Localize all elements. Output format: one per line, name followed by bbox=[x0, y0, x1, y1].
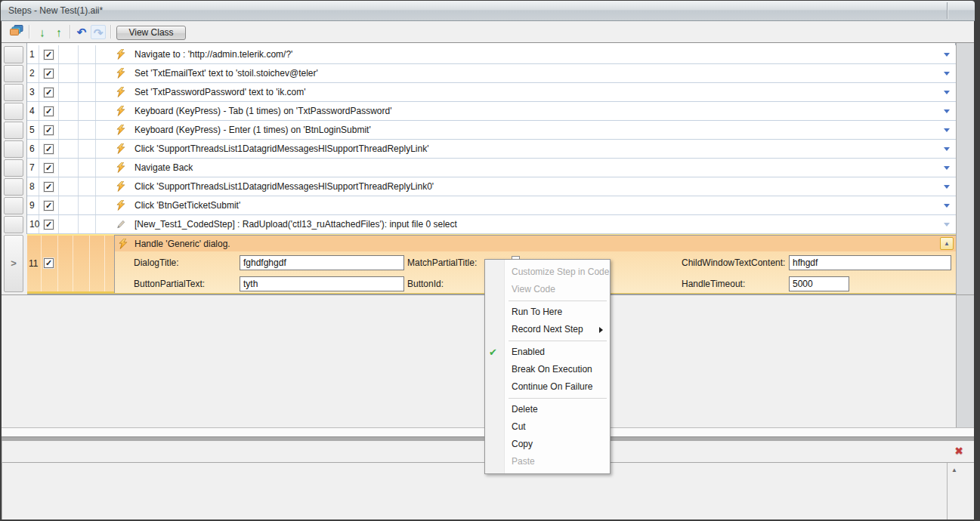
row-selector[interactable] bbox=[4, 103, 23, 120]
chevron-down-icon[interactable] bbox=[944, 166, 950, 170]
menu-item-customize-step-in-code: Customize Step in Code bbox=[485, 264, 610, 281]
view-class-button[interactable]: View Class bbox=[116, 26, 186, 40]
step-description: Keyboard (KeyPress) - Tab (1 times) on '… bbox=[134, 106, 391, 116]
handle-timeout-input[interactable] bbox=[789, 276, 849, 291]
menu-item-enabled[interactable]: ✔ Enabled bbox=[485, 344, 610, 361]
scroll-up-icon[interactable]: ▲ bbox=[948, 463, 961, 473]
redo-button[interactable]: ↷ bbox=[91, 25, 106, 39]
empty-cell bbox=[59, 64, 79, 82]
empty-cell bbox=[59, 102, 79, 120]
row-selector[interactable] bbox=[4, 84, 23, 101]
table-row[interactable]: 8 ✓ Click 'SupportThreadsList1DatagridMe… bbox=[27, 177, 956, 196]
row-selector[interactable] bbox=[4, 216, 23, 233]
empty-cell bbox=[59, 140, 79, 158]
menu-item-break-on-execution[interactable]: Break On Execution bbox=[485, 361, 610, 378]
table-row[interactable]: 4 ✓ Keyboard (KeyPress) - Tab (1 times) … bbox=[27, 102, 956, 121]
chevron-down-icon[interactable] bbox=[944, 185, 950, 189]
menu-item-cut[interactable]: Cut bbox=[485, 418, 610, 436]
button-partial-text-input[interactable] bbox=[240, 276, 404, 291]
empty-cell bbox=[59, 121, 79, 139]
child-window-text-content-input[interactable] bbox=[789, 255, 951, 270]
empty-cell bbox=[79, 159, 96, 177]
row-selector[interactable] bbox=[4, 197, 23, 214]
results-scrollbar[interactable]: ▲ bbox=[947, 463, 961, 519]
lightning-icon bbox=[116, 49, 125, 60]
step-enabled-checkbox[interactable]: ✓ bbox=[44, 144, 54, 154]
toolbar-separator bbox=[70, 25, 70, 39]
chevron-down-icon[interactable] bbox=[944, 223, 950, 227]
step-enabled-checkbox[interactable]: ✓ bbox=[44, 258, 54, 268]
button-partial-text-label: ButtonPartialText: bbox=[134, 279, 205, 289]
step-enabled-checkbox[interactable]: ✓ bbox=[44, 201, 54, 211]
chevron-down-icon[interactable] bbox=[944, 53, 950, 57]
step-description: Set 'TxtEmailText' text to 'stoil.stoich… bbox=[134, 68, 318, 79]
dialog-title-label: DialogTitle: bbox=[134, 257, 179, 268]
table-row[interactable]: 9 ✓ Click 'BtnGetTicketSubmit' bbox=[27, 196, 956, 215]
row-selector[interactable] bbox=[4, 140, 23, 158]
chevron-down-icon[interactable] bbox=[944, 147, 950, 151]
menu-item-delete[interactable]: Delete bbox=[485, 401, 610, 418]
step-number: 1 bbox=[27, 45, 39, 63]
empty-cell bbox=[79, 83, 96, 101]
menu-item-copy[interactable]: Copy bbox=[485, 436, 610, 453]
menu-item-paste: Paste bbox=[485, 453, 610, 470]
step-enabled-checkbox[interactable]: ✓ bbox=[44, 106, 54, 116]
table-row[interactable]: 7 ✓ Navigate Back bbox=[27, 159, 956, 177]
titlebar-separator bbox=[947, 2, 948, 19]
collapse-step-button[interactable]: ▲ bbox=[940, 237, 954, 250]
chevron-down-icon[interactable] bbox=[944, 109, 950, 113]
lightning-icon bbox=[116, 87, 125, 97]
undo-icon: ↶ bbox=[74, 25, 89, 39]
step-number: 9 bbox=[27, 196, 39, 214]
view-windows-icon[interactable] bbox=[9, 25, 24, 39]
chevron-down-icon[interactable] bbox=[944, 91, 950, 94]
empty-cell bbox=[79, 45, 96, 63]
table-row[interactable]: 10 ✓ [New_Test1_CodedStep] : RadUpload('… bbox=[27, 215, 956, 234]
grid-line bbox=[89, 236, 90, 291]
table-row[interactable]: 3 ✓ Set 'TxtPasswordPassword' text to 'i… bbox=[27, 83, 956, 102]
move-step-up-button[interactable]: ↑ bbox=[51, 25, 66, 39]
step-number: 8 bbox=[27, 177, 39, 196]
menu-item-run-to-here[interactable]: Run To Here bbox=[485, 304, 610, 321]
step-enabled-checkbox[interactable]: ✓ bbox=[44, 163, 54, 173]
arrow-down-icon: ↓ bbox=[35, 25, 50, 39]
step-description: Click 'BtnGetTicketSubmit' bbox=[134, 200, 240, 211]
empty-cell bbox=[59, 159, 79, 177]
current-row-selector[interactable]: > bbox=[4, 235, 23, 292]
step-description: Navigate Back bbox=[134, 162, 193, 173]
table-row[interactable]: 5 ✓ Keyboard (KeyPress) - Enter (1 times… bbox=[27, 121, 956, 140]
step-description: Set 'TxtPasswordPassword' text to 'ik.co… bbox=[134, 87, 306, 97]
move-step-down-button[interactable]: ↓ bbox=[35, 25, 50, 39]
grid-scrollbar-track[interactable] bbox=[956, 43, 974, 427]
dialog-title-input[interactable] bbox=[240, 255, 404, 270]
window-title: Steps - New Test(1).aii* bbox=[8, 1, 103, 20]
step-enabled-checkbox[interactable]: ✓ bbox=[44, 182, 54, 192]
row-selector[interactable] bbox=[4, 159, 23, 177]
chevron-down-icon[interactable] bbox=[944, 128, 950, 132]
menu-item-record-next-step[interactable]: Record Next Step bbox=[485, 321, 610, 338]
table-row[interactable]: 1 ✓ Navigate to : 'http://admin.telerik.… bbox=[27, 45, 956, 64]
menu-item-continue-on-failure[interactable]: Continue On Failure bbox=[485, 378, 610, 396]
chevron-down-icon[interactable] bbox=[944, 72, 950, 76]
step-enabled-checkbox[interactable]: ✓ bbox=[44, 69, 54, 79]
grid-line bbox=[73, 236, 73, 291]
row-selector[interactable] bbox=[4, 122, 23, 139]
titlebar[interactable]: Steps - New Test(1).aii* bbox=[1, 1, 975, 21]
checkmark-icon: ✔ bbox=[489, 344, 497, 361]
table-row[interactable]: 6 ✓ Click 'SupportThreadsList1DatagridMe… bbox=[27, 140, 956, 159]
row-selector[interactable] bbox=[4, 178, 23, 196]
close-icon[interactable]: ✖ bbox=[954, 445, 963, 457]
chevron-down-icon[interactable] bbox=[944, 204, 950, 208]
empty-cell bbox=[79, 196, 96, 214]
step-enabled-checkbox[interactable]: ✓ bbox=[44, 50, 54, 60]
step-number: 6 bbox=[27, 140, 39, 158]
step-enabled-checkbox[interactable]: ✓ bbox=[44, 125, 54, 135]
table-row[interactable]: 2 ✓ Set 'TxtEmailText' text to 'stoil.st… bbox=[27, 64, 956, 83]
row-selector[interactable] bbox=[4, 46, 23, 63]
step-description: Click 'SupportThreadsList1DatagridMessag… bbox=[134, 181, 434, 192]
grid-line bbox=[104, 236, 105, 291]
row-selector[interactable] bbox=[4, 65, 23, 82]
step-enabled-checkbox[interactable]: ✓ bbox=[44, 220, 54, 230]
step-enabled-checkbox[interactable]: ✓ bbox=[44, 88, 54, 97]
undo-button[interactable]: ↶ bbox=[74, 25, 89, 39]
